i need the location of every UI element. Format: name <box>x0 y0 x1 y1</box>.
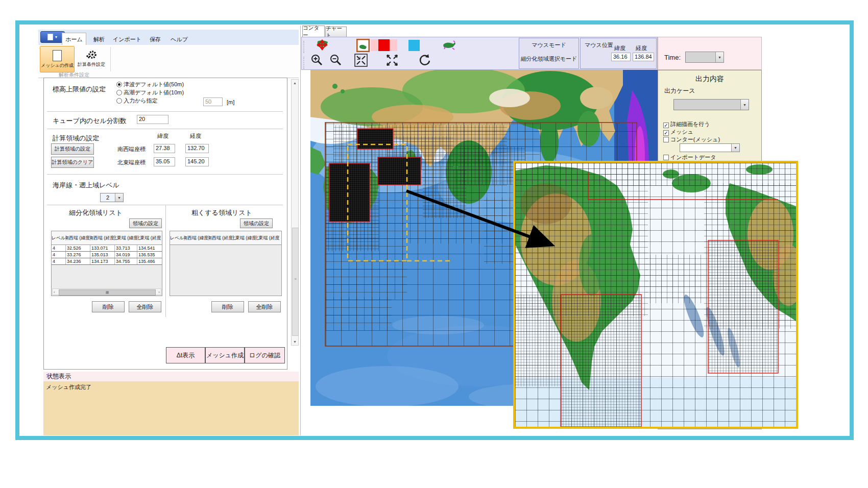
scroll-right-icon[interactable]: › <box>158 290 160 295</box>
refine-delete-button[interactable]: 削除 <box>92 301 125 312</box>
col-header[interactable]: 北東端 (緯度) <box>115 235 137 240</box>
mini-map-icon[interactable] <box>441 39 456 52</box>
col-header[interactable]: 南西端 (緯度) <box>184 235 209 240</box>
panel-vscrollbar[interactable]: ▲ ▼ ≡ <box>291 79 299 346</box>
radio-icon[interactable] <box>116 90 122 95</box>
coarse-cyan-swatch[interactable] <box>408 40 420 51</box>
rotate-reset-icon[interactable] <box>418 53 432 67</box>
col-header[interactable]: 南西端 (緯度) <box>66 235 90 240</box>
mesh-create-button[interactable]: メッシュ作成 <box>205 347 245 363</box>
dropdown-value <box>686 52 715 62</box>
dt-display-button[interactable]: Δt表示 <box>166 347 205 363</box>
screenshot-canvas: ▼ ホーム 解析 インポート 保存 ヘルプ メッシュの作成 計算条件設定 解析条… <box>0 0 868 488</box>
table-row[interactable]: 4 33.276 135.013 34.019 136.535 <box>52 252 162 258</box>
col-header[interactable]: 南西端 (経度) <box>90 235 115 240</box>
time-label: Time: <box>664 54 681 61</box>
ne-lon-input[interactable]: 145.20 <box>185 157 209 166</box>
ribbon-tab-help[interactable]: ヘルプ <box>168 34 190 45</box>
domain-label: 計算領域の設定 <box>53 134 99 143</box>
domain-clear-button[interactable]: 計算領域のクリア <box>51 157 94 168</box>
pan-map-icon[interactable] <box>315 39 330 52</box>
refine-red-swatch[interactable] <box>371 39 397 51</box>
refine-table[interactable]: レベル 南西端 (緯度) 南西端 (経度) 北東端 (緯度) 北東端 (経度) … <box>51 231 162 296</box>
chevron-down-icon: ▼ <box>731 144 739 152</box>
create-mesh-button[interactable]: メッシュの作成 <box>40 46 75 72</box>
red-square-icon <box>378 39 390 51</box>
ribbon-tab-home[interactable]: ホーム <box>62 33 86 45</box>
scroll-thumb[interactable]: ▦ <box>59 289 156 296</box>
checkbox-import-data[interactable]: インポートデータ <box>663 154 716 161</box>
tab-contour[interactable]: コンター <box>302 26 325 37</box>
calc-settings-button[interactable]: 計算条件設定 <box>76 46 107 71</box>
cube-cells-input[interactable]: 20 <box>137 115 168 124</box>
refine-region-1[interactable] <box>357 129 393 149</box>
radio-from-input[interactable]: 入力から指定 <box>116 97 158 105</box>
refine-region-3[interactable] <box>329 163 370 222</box>
scroll-thumb[interactable]: ≡ <box>292 228 299 336</box>
coarse-table[interactable]: レベル 南西端 (緯度) 南西端 (経度) 北東端 (緯度) 北東端 (経度) <box>170 231 282 296</box>
radio-icon[interactable] <box>116 98 122 104</box>
status-message: メッシュ作成完了 <box>46 383 91 391</box>
scroll-left-icon[interactable]: ‹ <box>54 290 55 295</box>
ribbon-tab-analysis[interactable]: 解析 <box>88 34 110 45</box>
ribbon-tab-import[interactable]: インポート <box>112 34 142 45</box>
checkbox-icon[interactable] <box>663 137 669 142</box>
sw-lon-input[interactable]: 132.70 <box>185 144 209 153</box>
divider <box>47 205 283 205</box>
output-panel-title: 出力内容 <box>658 75 761 84</box>
fit-view-icon[interactable] <box>354 54 368 67</box>
checkbox-mesh[interactable]: ✓ メッシュ <box>663 128 693 136</box>
coarse-delete-button[interactable]: 削除 <box>211 301 244 312</box>
col-header[interactable]: 南西端 (経度) <box>209 235 233 240</box>
output-case-dropdown[interactable]: ▼ <box>673 99 749 110</box>
table-row[interactable]: 4 34.236 134.173 34.755 135.486 <box>52 258 162 265</box>
table-hscrollbar[interactable]: ‹ › ▦ <box>52 288 161 295</box>
ribbon-tab-save[interactable]: 保存 <box>144 34 166 45</box>
time-dropdown[interactable]: ▼ <box>685 52 724 63</box>
checkbox-contour-mesh[interactable]: コンター(メッシュ) <box>663 136 720 143</box>
app-menu-button[interactable]: ▼ <box>40 31 65 43</box>
radio-tsunami-default[interactable]: 津波デフォルト値(50m) <box>116 81 184 88</box>
time-strip: Time: ▼ <box>658 37 762 70</box>
pane-divider <box>300 26 301 435</box>
divider <box>165 205 166 317</box>
lat-col-label: 緯度 <box>157 132 168 140</box>
checkbox-icon[interactable]: ✓ <box>663 123 669 128</box>
col-header[interactable]: 北東端 (緯度) <box>233 235 256 240</box>
sw-corner-label: 南西端座標 <box>117 145 146 153</box>
radio-icon[interactable] <box>116 82 122 87</box>
document-icon <box>47 34 53 40</box>
domain-set-button[interactable]: 計算領域の設定 <box>51 143 94 155</box>
refine-region-2[interactable] <box>378 157 421 185</box>
col-header[interactable]: レベル <box>52 235 66 240</box>
zoom-extent-icon[interactable] <box>385 54 399 67</box>
status-message-area: メッシュ作成完了 <box>43 381 299 435</box>
ne-lat-input[interactable]: 35.05 <box>154 157 175 166</box>
tab-label: ヘルプ <box>171 36 188 43</box>
refine-region-set-button[interactable]: 領域の設定 <box>129 218 162 228</box>
checkbox-icon[interactable]: ✓ <box>663 130 669 136</box>
col-header[interactable]: 北東端 (経度) <box>256 235 279 240</box>
coarse-region-set-button[interactable]: 領域の設定 <box>240 218 273 228</box>
scroll-down-icon[interactable]: ▼ <box>292 340 298 344</box>
checkbox-detail-draw[interactable]: ✓ 詳細描画を行う <box>663 120 710 128</box>
chevron-down-icon: ▼ <box>55 35 58 39</box>
coarse-delete-all-button[interactable]: 全削除 <box>248 301 281 312</box>
elevation-input[interactable]: 50 <box>203 97 223 106</box>
refine-delete-all-button[interactable]: 全削除 <box>129 301 161 312</box>
coast-level-dropdown[interactable]: 2 ▼ <box>100 193 124 202</box>
sw-lat-input[interactable]: 27.38 <box>154 144 175 153</box>
radio-stormsurge-default[interactable]: 高潮デフォルト値(10m) <box>116 89 184 96</box>
contour-mesh-dropdown[interactable]: ▼ <box>680 143 740 152</box>
zoom-in-icon[interactable] <box>310 54 324 67</box>
col-header[interactable]: レベル <box>170 235 184 240</box>
scroll-up-icon[interactable]: ▲ <box>292 81 298 85</box>
table-row[interactable]: 4 32.526 133.071 33.713 134.541 <box>52 245 162 252</box>
col-header[interactable]: 北東端 (経度) <box>137 235 161 240</box>
checkbox-icon[interactable] <box>663 155 669 160</box>
dropdown-value <box>674 100 740 110</box>
log-check-button[interactable]: ログの確認 <box>245 347 285 363</box>
zoom-out-icon[interactable] <box>329 54 343 67</box>
tab-chart[interactable]: チャート <box>325 27 347 37</box>
frame-map-icon[interactable] <box>356 39 370 52</box>
